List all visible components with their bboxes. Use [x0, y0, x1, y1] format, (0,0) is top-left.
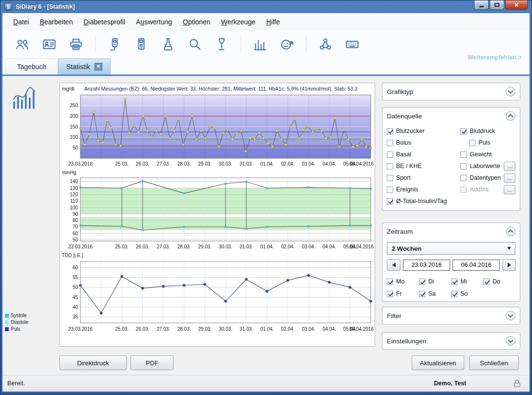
checkbox — [387, 151, 393, 158]
svg-text:02.04.: 02.04. — [281, 161, 295, 167]
addins-more-button[interactable]: ... — [504, 185, 515, 194]
checkbox-be-khe[interactable]: BE / KHE — [387, 160, 460, 172]
pdf-button[interactable]: PDF — [131, 356, 173, 370]
svg-text:04.04.: 04.04. — [323, 161, 336, 167]
checkbox-day-so[interactable]: So — [451, 289, 483, 298]
prev-period-button[interactable] — [387, 259, 400, 271]
checkbox-basal[interactable]: Basal — [387, 149, 460, 160]
legend-swatch — [5, 314, 9, 318]
checkbox-label: Sport — [396, 174, 411, 181]
direktdruck-button[interactable]: Direktdruck — [59, 356, 127, 370]
checkbox-blutdruck[interactable]: Blutdruck — [460, 125, 515, 137]
period-select[interactable]: 2 Wochen — [387, 242, 515, 255]
print-button[interactable] — [68, 36, 84, 53]
tab-strip: TagebuchStatistik× — [2, 58, 530, 76]
checkbox-blutzucker[interactable]: Blutzucker — [387, 125, 460, 137]
svg-text:110: 110 — [70, 198, 78, 204]
menu-item-bearbeiten[interactable]: Bearbeiten — [35, 15, 78, 29]
expand-grafiktyp-button[interactable] — [506, 87, 515, 96]
menu-item-werkzeuge[interactable]: Werkzeuge — [216, 15, 261, 29]
menu-item-auswertung[interactable]: Auswertung — [131, 15, 177, 29]
menu-item-hilfe[interactable]: Hilfe — [261, 15, 285, 29]
svg-text:140: 140 — [70, 179, 78, 184]
search-button[interactable] — [187, 36, 203, 53]
panel-title-einstellungen: Einstellungen — [387, 338, 426, 345]
status-bar: Bereit. Demo, Test — [2, 375, 530, 392]
date-from-input[interactable] — [403, 260, 450, 271]
menu-item-datei[interactable]: Datei — [8, 15, 34, 29]
expand-einstellungen-button[interactable] — [506, 336, 515, 346]
checkbox — [387, 163, 393, 169]
users-button[interactable] — [14, 36, 31, 53]
menu-item-optionen[interactable]: Optionen — [178, 15, 215, 29]
checkbox-o-total-insulin-tag[interactable]: Ø-Total-Insulin/Tag — [387, 195, 460, 207]
lab-flask-button[interactable] — [160, 36, 176, 53]
svg-text:27.03.: 27.03. — [156, 244, 170, 249]
checkbox-datentypen[interactable]: Datentypen... — [460, 172, 515, 184]
main-area: mg/dl Anzahl Messungen (BZ): 66, Niedrig… — [2, 76, 530, 375]
minimize-button[interactable] — [474, 0, 489, 10]
client-area: DateiBearbeitenDiabetesprofilAuswertungO… — [2, 13, 530, 392]
statistics-large-icon — [11, 87, 38, 110]
close-window-button[interactable]: × — [505, 0, 528, 10]
meter-button[interactable] — [106, 36, 123, 53]
checkbox-day-sa[interactable]: Sa — [419, 289, 451, 298]
keyboard-icon — [345, 37, 360, 52]
checkbox — [460, 175, 467, 181]
close-icon: × — [514, 1, 518, 8]
checkbox-ereignis[interactable]: Ereignis — [387, 184, 460, 195]
tab-tagebuch[interactable]: Tagebuch — [5, 58, 58, 75]
expand-filter-button[interactable] — [506, 311, 515, 320]
svg-text:03.04.: 03.04. — [302, 244, 315, 249]
collapse-zeitraum-button[interactable] — [506, 226, 515, 236]
checkbox-bolus[interactable]: Bolus — [387, 137, 460, 149]
checkbox-day-mi[interactable]: Mi — [451, 277, 483, 286]
statistics-button[interactable] — [252, 36, 268, 53]
checkbox-addins[interactable]: AddIns... — [460, 184, 515, 195]
legend-item-puls: Puls — [5, 326, 28, 332]
svg-text:50: 50 — [73, 145, 78, 150]
maximize-button[interactable] — [490, 0, 504, 10]
svg-text:01.04.: 01.04. — [260, 244, 274, 249]
laborwerte-more-button[interactable]: ... — [504, 162, 515, 171]
wellbeing-button[interactable] — [279, 36, 295, 53]
checkbox-puls[interactable]: Puls — [460, 137, 515, 149]
svg-text:TDD [i.E.]: TDD [i.E.] — [62, 253, 83, 258]
share-button[interactable] — [317, 36, 334, 53]
svg-text:23.03.2016: 23.03.2016 — [68, 244, 93, 249]
tab-label: Statistik — [66, 63, 90, 71]
schliessen-button[interactable]: Schließen — [469, 356, 519, 370]
svg-text:31.03.: 31.03. — [240, 244, 253, 249]
checkbox-label: Mo — [396, 278, 404, 285]
tab-close-button[interactable]: × — [95, 63, 102, 71]
checkbox-gewicht[interactable]: Gewicht — [460, 149, 515, 160]
glass-button[interactable] — [213, 36, 230, 53]
checkbox-day-do[interactable]: Do — [483, 277, 515, 286]
menu-item-diabetesprofil[interactable]: Diabetesprofil — [78, 15, 130, 29]
checkbox — [387, 279, 393, 285]
checkbox-day-mo[interactable]: Mo — [387, 277, 419, 286]
svg-text:250: 250 — [70, 103, 78, 108]
panel-title-grafiktyp: Grafiktyp — [387, 88, 413, 95]
svg-text:04.04.: 04.04. — [323, 326, 336, 332]
checkbox — [460, 187, 467, 193]
checkbox-sport[interactable]: Sport — [387, 172, 460, 184]
aktualisieren-button[interactable]: Aktualisieren — [412, 356, 464, 370]
checkbox-day-fr[interactable]: Fr — [387, 289, 419, 298]
wellbeing-icon — [280, 37, 294, 52]
datentypen-more-button[interactable]: ... — [504, 173, 515, 183]
tab-statistik[interactable]: Statistik× — [58, 58, 111, 75]
checkbox-label: Puls — [478, 139, 490, 146]
date-to-input[interactable] — [453, 260, 500, 271]
checkbox-laborwerte[interactable]: Laborwerte... — [460, 160, 515, 172]
checkbox-label: Do — [493, 278, 500, 285]
recommend-link[interactable]: Weiterempfehlen > — [468, 54, 522, 61]
checkbox-day-di[interactable]: Di — [419, 277, 451, 286]
keyboard-button[interactable] — [344, 36, 361, 53]
glucometer-button[interactable] — [133, 36, 150, 53]
contact-card-button[interactable] — [41, 36, 57, 53]
checkbox-label: Fr — [396, 290, 402, 297]
svg-text:25.03.: 25.03. — [115, 326, 129, 332]
collapse-datenquelle-button[interactable] — [506, 111, 515, 121]
next-period-button[interactable] — [502, 259, 516, 271]
